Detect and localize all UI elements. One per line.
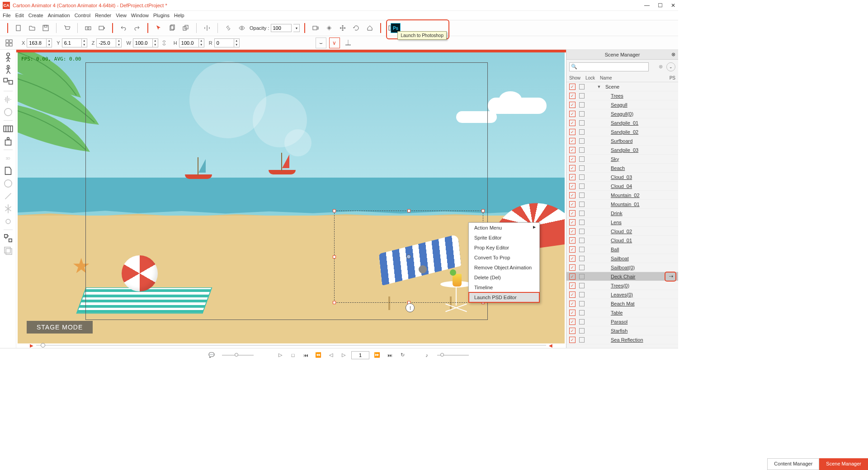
stop-button[interactable]: □ xyxy=(288,350,298,360)
w-input[interactable] xyxy=(133,38,153,47)
show-checkbox[interactable]: ✓ xyxy=(569,219,576,226)
move-button[interactable] xyxy=(337,22,349,34)
show-checkbox[interactable]: ✓ xyxy=(569,165,576,171)
lock-checkbox[interactable] xyxy=(579,229,585,234)
stage[interactable]: ★ FPS: 0.00, AVG: 0.00 STAGE MODE xyxy=(16,50,566,348)
timeline-scrub[interactable]: ▶ ◀ xyxy=(21,342,561,348)
scene-list[interactable]: ✓ ▼ Scene ✓ Trees ✓ Seagull ✓ Seagull(0)… xyxy=(566,82,678,348)
keyframe-tool[interactable] xyxy=(2,123,14,135)
scene-row[interactable]: ✓ Mountain_02 xyxy=(566,191,678,200)
scene-row[interactable]: ✓ Sailboat xyxy=(566,254,678,263)
scene-row[interactable]: ✓ ▼ Scene xyxy=(566,82,678,91)
r-spinner[interactable]: ▲▼ xyxy=(234,38,240,47)
open-project-button[interactable] xyxy=(26,22,38,34)
flip-h-button[interactable] xyxy=(201,22,213,34)
show-checkbox[interactable]: ✓ xyxy=(569,147,576,153)
scene-row[interactable]: ✓ Sandpile_02 xyxy=(566,127,678,136)
link-wh-icon[interactable] xyxy=(160,39,168,47)
scene-item-name[interactable]: Table xyxy=(605,310,666,315)
scene-row[interactable]: ✓ Sailboat(0) xyxy=(566,263,678,272)
scene-item-name[interactable]: Drink xyxy=(605,211,666,216)
lock-checkbox[interactable] xyxy=(579,147,585,153)
scene-row[interactable]: ✓ Drink xyxy=(566,209,678,218)
scene-item-name[interactable]: Sailboat(0) xyxy=(605,265,666,270)
rig-tool[interactable] xyxy=(2,136,14,147)
show-checkbox[interactable]: ✓ xyxy=(569,93,576,99)
link-button[interactable] xyxy=(222,22,234,34)
show-checkbox[interactable]: ✓ xyxy=(569,183,576,189)
scene-item-name[interactable]: Deck Chair xyxy=(605,274,666,279)
scene-item-name[interactable]: Ball xyxy=(605,247,666,252)
context-menu-item[interactable]: Launch PSD Editor xyxy=(469,292,539,302)
scene-row[interactable]: ✓ Cloud_03 xyxy=(566,173,678,182)
opacity-input[interactable] xyxy=(271,24,292,32)
show-checkbox[interactable]: ✓ xyxy=(569,337,576,343)
lock-checkbox[interactable] xyxy=(579,247,585,252)
scene-row[interactable]: ✓ Mountain_01 xyxy=(566,200,678,209)
x-input[interactable] xyxy=(27,38,47,47)
show-checkbox[interactable]: ✓ xyxy=(569,138,576,144)
scene-item-name[interactable]: Cloud_04 xyxy=(605,183,666,189)
scene-row[interactable]: ✓ Cloud_04 xyxy=(566,182,678,191)
goto-start-button[interactable]: ⏮ xyxy=(301,350,311,360)
show-checkbox[interactable]: ✓ xyxy=(569,210,576,216)
h-input[interactable] xyxy=(179,38,199,47)
play-button[interactable]: ▷ xyxy=(275,350,285,360)
scene-item-name[interactable]: Leaves(0) xyxy=(605,292,666,297)
rotate-button[interactable] xyxy=(350,22,362,34)
visibility-button[interactable] xyxy=(236,22,248,34)
show-checkbox[interactable]: ✓ xyxy=(569,102,576,108)
menu-file[interactable]: File xyxy=(3,13,11,18)
volume-slider[interactable] xyxy=(437,355,469,356)
lock-checkbox[interactable] xyxy=(579,193,585,198)
home-button[interactable] xyxy=(364,22,376,34)
w-spinner[interactable]: ▲▼ xyxy=(153,38,158,47)
goto-end-button[interactable]: ⏭ xyxy=(385,350,395,360)
show-checkbox[interactable]: ✓ xyxy=(569,111,576,117)
lock-checkbox[interactable] xyxy=(579,265,585,270)
scene-item-name[interactable]: Beach xyxy=(605,165,666,171)
show-checkbox[interactable]: ✓ xyxy=(569,264,576,271)
resize-handle[interactable] xyxy=(481,209,485,212)
scene-item-name[interactable]: Cloud_02 xyxy=(605,229,666,234)
show-checkbox[interactable]: ✓ xyxy=(569,291,576,298)
y-input[interactable] xyxy=(62,38,82,47)
shop-button[interactable] xyxy=(61,22,73,34)
show-checkbox[interactable]: ✓ xyxy=(569,301,576,307)
lock-checkbox[interactable] xyxy=(579,274,585,279)
scene-row[interactable]: ✓ Sandpile_01 xyxy=(566,118,678,127)
snap-tool[interactable] xyxy=(2,232,14,244)
scene-row[interactable]: ✓ Trees(0) xyxy=(566,281,678,290)
scene-item-name[interactable]: Seagull xyxy=(605,102,666,108)
bone-tool[interactable] xyxy=(2,190,14,202)
camera-record-button[interactable] xyxy=(310,22,321,34)
scene-row[interactable]: ✓ Sea Reflection xyxy=(566,335,678,344)
scene-row[interactable]: ✓ Sky xyxy=(566,155,678,164)
lock-checkbox[interactable] xyxy=(579,174,585,180)
lock-checkbox[interactable] xyxy=(579,93,585,99)
scene-item-name[interactable]: Sandpile_02 xyxy=(605,129,666,135)
close-button[interactable]: ✕ xyxy=(671,2,675,9)
save-project-button[interactable] xyxy=(40,22,52,34)
scene-item-name[interactable]: Trees(0) xyxy=(605,283,666,288)
undo-button[interactable] xyxy=(118,22,129,34)
prev-frame-button[interactable]: ⏪ xyxy=(313,350,323,360)
lock-checkbox[interactable] xyxy=(579,319,585,324)
curve-v-button[interactable]: ∨ xyxy=(329,38,340,48)
show-checkbox[interactable]: ✓ xyxy=(569,237,576,244)
zoom-button[interactable] xyxy=(323,22,335,34)
show-checkbox[interactable]: ✓ xyxy=(569,310,576,316)
scene-item-name[interactable]: Lens xyxy=(605,220,666,225)
scene-item-name[interactable]: Mountain_02 xyxy=(605,193,666,198)
camera-button[interactable] xyxy=(82,22,94,34)
show-checkbox[interactable]: ✓ xyxy=(569,129,576,135)
lock-checkbox[interactable] xyxy=(579,183,585,189)
context-menu-item[interactable]: Prop Key Editor xyxy=(469,243,539,253)
clear-search-icon[interactable]: ⊗ xyxy=(659,64,663,70)
new-project-button[interactable] xyxy=(13,22,24,34)
lock-checkbox[interactable] xyxy=(579,120,585,126)
scene-row[interactable]: ✓ Trees xyxy=(566,91,678,100)
show-checkbox[interactable]: ✓ xyxy=(569,174,576,180)
context-menu-item[interactable]: Convert To Prop xyxy=(469,253,539,263)
redo-button[interactable] xyxy=(131,22,143,34)
